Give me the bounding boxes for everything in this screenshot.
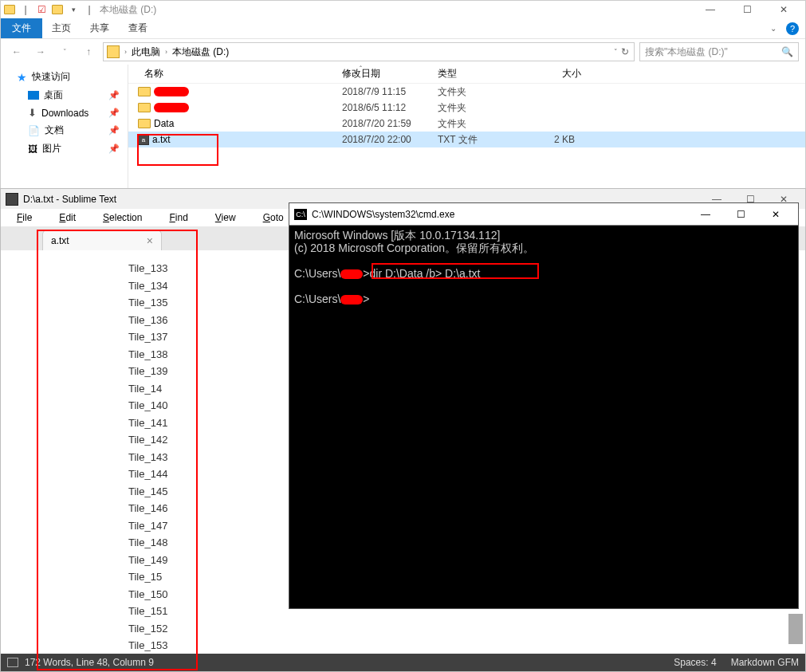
qat-divider: | bbox=[20, 4, 31, 15]
address-bar[interactable]: › 此电脑 › 本地磁盘 (D:) ˅ ↻ bbox=[103, 42, 635, 61]
explorer-window: | ☑ ▾ | 本地磁盘 (D:) — ☐ ✕ 文件 主页 共享 查看 ⌄ ? … bbox=[0, 0, 806, 190]
cmd-icon: C:\ bbox=[294, 209, 307, 220]
sort-indicator-icon: ˆ bbox=[360, 65, 362, 73]
editor-content[interactable]: Tile_133Tile_134Tile_135Tile_136Tile_137… bbox=[33, 250, 167, 655]
col-date[interactable]: 修改日期 bbox=[342, 67, 438, 81]
address-dropdown-icon[interactable]: ˅ bbox=[614, 48, 618, 56]
status-left: 172 Words, Line 48, Column 9 bbox=[25, 657, 154, 668]
ribbon-file-tab[interactable]: 文件 bbox=[1, 18, 42, 38]
menu-find[interactable]: Find bbox=[156, 210, 200, 225]
breadcrumb-drive[interactable]: 本地磁盘 (D:) bbox=[169, 45, 232, 59]
drive-icon bbox=[107, 45, 120, 58]
ribbon: 文件 主页 共享 查看 ⌄ ? bbox=[1, 18, 805, 39]
minimize-button[interactable]: — bbox=[692, 1, 729, 18]
explorer-sidebar: ★快速访问 桌面📌 ⬇Downloads📌 📄文档📌 🖼图片📌 bbox=[1, 65, 128, 189]
back-button[interactable]: ← bbox=[7, 42, 26, 61]
recent-dropdown[interactable]: ˅ bbox=[55, 42, 74, 61]
cmd-output[interactable]: Microsoft Windows [版本 10.0.17134.112] (c… bbox=[289, 226, 798, 308]
cmd-titlebar[interactable]: C:\ C:\WINDOWS\system32\cmd.exe — ☐ ✕ bbox=[289, 203, 798, 226]
up-button[interactable]: ↑ bbox=[79, 42, 98, 61]
nav-bar: ← → ˅ ↑ › 此电脑 › 本地磁盘 (D:) ˅ ↻ 搜索"本地磁盘 (D… bbox=[1, 39, 805, 65]
star-icon: ★ bbox=[17, 71, 27, 84]
maximize-button[interactable]: ☐ bbox=[723, 204, 758, 225]
sublime-icon bbox=[6, 193, 18, 206]
redacted-text bbox=[154, 103, 189, 112]
tab-a-txt[interactable]: a.txt × bbox=[42, 230, 162, 250]
breadcrumb-this-pc[interactable]: 此电脑 bbox=[128, 45, 163, 59]
search-placeholder: 搜索"本地磁盘 (D:)" bbox=[645, 45, 781, 59]
ribbon-expand-icon[interactable]: ⌄ bbox=[770, 24, 777, 33]
ribbon-share-tab[interactable]: 共享 bbox=[81, 18, 119, 38]
minimize-button[interactable]: — bbox=[688, 204, 723, 225]
folder-icon bbox=[138, 103, 151, 112]
desktop-icon bbox=[28, 91, 39, 100]
file-row[interactable]: 2018/6/5 11:12文件夹 bbox=[128, 100, 805, 116]
redacted-text bbox=[340, 295, 363, 305]
status-syntax[interactable]: Markdown GFM bbox=[731, 657, 799, 668]
minimap[interactable] bbox=[788, 614, 803, 644]
pin-icon: 📌 bbox=[108, 90, 120, 100]
ribbon-home-tab[interactable]: 主页 bbox=[42, 18, 81, 38]
cmd-window: C:\ C:\WINDOWS\system32\cmd.exe — ☐ ✕ Mi… bbox=[289, 202, 799, 609]
pin-icon: 📌 bbox=[108, 143, 120, 154]
qat-check-icon[interactable]: ☑ bbox=[36, 4, 47, 15]
pin-icon: 📌 bbox=[108, 108, 120, 118]
file-row[interactable]: Data2018/7/20 21:59文件夹 bbox=[128, 116, 805, 132]
redacted-text bbox=[154, 87, 189, 96]
file-row[interactable]: 2018/7/9 11:15文件夹 bbox=[128, 84, 805, 100]
explorer-titlebar[interactable]: | ☑ ▾ | 本地磁盘 (D:) — ☐ ✕ bbox=[1, 1, 805, 18]
sidebar-quick-access[interactable]: ★快速访问 bbox=[1, 68, 128, 86]
pictures-icon: 🖼 bbox=[28, 143, 37, 155]
chevron-right-icon[interactable]: › bbox=[163, 48, 169, 56]
redacted-text bbox=[340, 269, 363, 279]
column-headers: ˆ 名称 修改日期 类型 大小 bbox=[128, 65, 805, 84]
gutter bbox=[1, 250, 33, 655]
search-icon[interactable]: 🔍 bbox=[781, 46, 793, 57]
col-size[interactable]: 大小 bbox=[525, 67, 581, 81]
qat-dropdown-icon[interactable]: ▾ bbox=[68, 4, 79, 15]
close-button[interactable]: ✕ bbox=[765, 1, 802, 18]
qat-divider: | bbox=[84, 4, 95, 15]
sidebar-pictures[interactable]: 🖼图片📌 bbox=[1, 140, 128, 158]
menu-selection[interactable]: Selection bbox=[90, 210, 155, 225]
chevron-right-icon[interactable]: › bbox=[123, 48, 128, 56]
sidebar-desktop[interactable]: 桌面📌 bbox=[1, 86, 128, 104]
tab-label: a.txt bbox=[51, 235, 69, 246]
file-icon: a bbox=[138, 134, 149, 145]
document-icon: 📄 bbox=[28, 125, 40, 136]
file-list: ˆ 名称 修改日期 类型 大小 2018/7/9 11:15文件夹2018/6/… bbox=[128, 65, 805, 189]
status-spaces[interactable]: Spaces: 4 bbox=[674, 657, 716, 668]
tab-close-icon[interactable]: × bbox=[147, 234, 153, 247]
search-input[interactable]: 搜索"本地磁盘 (D:)" 🔍 bbox=[639, 42, 799, 61]
pin-icon: 📌 bbox=[108, 125, 120, 136]
sublime-title: D:\a.txt - Sublime Text bbox=[23, 194, 116, 205]
download-icon: ⬇ bbox=[28, 107, 37, 119]
close-button[interactable]: ✕ bbox=[758, 204, 793, 225]
window-title: 本地磁盘 (D:) bbox=[100, 3, 156, 17]
help-icon[interactable]: ? bbox=[786, 22, 799, 35]
col-name[interactable]: 名称 bbox=[128, 67, 342, 81]
folder-icon bbox=[4, 4, 15, 15]
menu-view[interactable]: View bbox=[202, 210, 249, 225]
folder-icon bbox=[138, 87, 151, 96]
refresh-icon[interactable]: ↻ bbox=[621, 46, 629, 57]
status-bar: 172 Words, Line 48, Column 9 Spaces: 4 M… bbox=[1, 654, 805, 671]
cmd-title: C:\WINDOWS\system32\cmd.exe bbox=[312, 209, 454, 220]
menu-file[interactable]: File bbox=[4, 210, 45, 225]
sidebar-toggle-icon[interactable] bbox=[7, 658, 18, 667]
menu-edit[interactable]: Edit bbox=[46, 210, 88, 225]
sidebar-documents[interactable]: 📄文档📌 bbox=[1, 121, 128, 140]
folder-icon bbox=[138, 119, 151, 128]
sidebar-downloads[interactable]: ⬇Downloads📌 bbox=[1, 104, 128, 121]
maximize-button[interactable]: ☐ bbox=[729, 1, 765, 18]
col-type[interactable]: 类型 bbox=[438, 67, 525, 81]
ribbon-view-tab[interactable]: 查看 bbox=[119, 18, 157, 38]
file-row[interactable]: aa.txt2018/7/20 22:00TXT 文件2 KB bbox=[128, 132, 805, 147]
folder-icon bbox=[52, 4, 63, 15]
forward-button[interactable]: → bbox=[31, 42, 50, 61]
